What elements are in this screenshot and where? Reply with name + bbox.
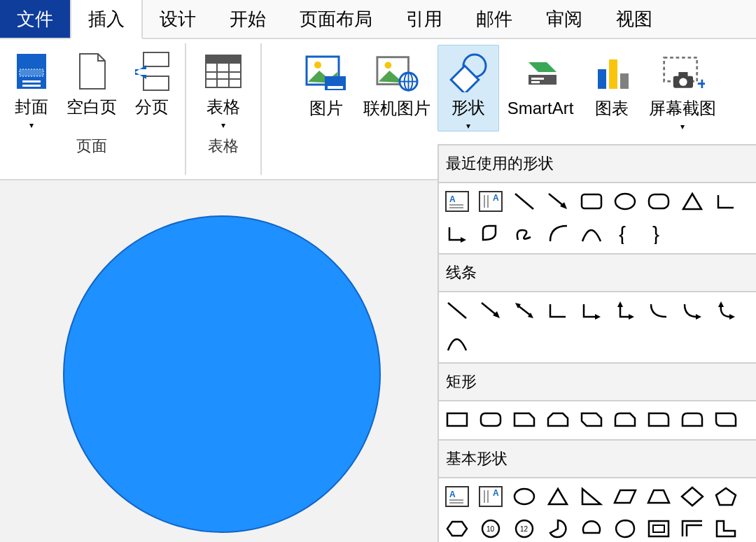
l-arrow-connector-icon[interactable] xyxy=(443,220,471,248)
svg-marker-5 xyxy=(80,54,105,89)
rounded-rect-icon[interactable] xyxy=(645,187,673,215)
group-pages-label: 页面 xyxy=(76,136,107,159)
svg-rect-4 xyxy=(22,85,41,87)
shapes-section-rects xyxy=(439,401,756,441)
tab-review[interactable]: 审阅 xyxy=(529,0,599,38)
tab-mail[interactable]: 邮件 xyxy=(459,0,529,38)
oval-icon[interactable] xyxy=(611,187,639,215)
round1-rect-icon[interactable] xyxy=(645,406,673,434)
line-icon[interactable] xyxy=(510,187,538,215)
chart-icon xyxy=(589,50,634,95)
svg-rect-11 xyxy=(206,55,241,64)
svg-marker-9 xyxy=(135,72,146,79)
pie-icon[interactable] xyxy=(544,515,572,542)
picture-icon xyxy=(304,50,349,95)
svg-point-37 xyxy=(679,78,687,86)
blank-page-icon xyxy=(69,49,114,94)
tab-file[interactable]: 文件 xyxy=(0,0,70,38)
tab-design[interactable]: 设计 xyxy=(143,0,213,38)
round2-rect-icon[interactable] xyxy=(678,406,706,434)
arrow-line-icon[interactable] xyxy=(544,187,572,215)
round-diag-rect-icon[interactable] xyxy=(712,406,740,434)
textbox-horiz-icon[interactable]: A xyxy=(443,483,471,511)
snip2-rect-icon[interactable] xyxy=(544,406,572,434)
dropdown-arrow-icon: ▾ xyxy=(29,120,34,130)
rectangle-icon[interactable] xyxy=(578,187,606,215)
ellipse-icon[interactable] xyxy=(510,483,538,511)
picture-button[interactable]: 图片 ▾ xyxy=(296,46,356,131)
parallelogram-icon[interactable] xyxy=(611,483,639,511)
blank-page-button[interactable]: 空白页 ▾ xyxy=(59,45,125,130)
curved-double-arrow-icon[interactable] xyxy=(712,297,740,325)
elbow-arrow-connector-icon[interactable] xyxy=(578,297,606,325)
trapezoid-icon[interactable] xyxy=(645,483,673,511)
shapes-section-lines-header: 线条 xyxy=(439,255,756,292)
curve-icon[interactable] xyxy=(578,220,606,248)
l-connector-icon[interactable] xyxy=(712,187,740,215)
l-shape-icon[interactable] xyxy=(712,515,740,542)
cover-page-button[interactable]: 封面 ▾ xyxy=(4,45,59,130)
snip1-rect-icon[interactable] xyxy=(510,406,538,434)
svg-text:12: 12 xyxy=(520,525,528,533)
textbox-vert-icon[interactable]: A xyxy=(477,187,505,215)
round-rect-icon[interactable] xyxy=(477,406,505,434)
online-picture-button[interactable]: 联机图片 ▾ xyxy=(356,46,438,131)
triangle-icon[interactable] xyxy=(678,187,706,215)
svg-marker-54 xyxy=(683,194,701,209)
table-button[interactable]: 表格 ▾ xyxy=(192,45,255,130)
svg-marker-88 xyxy=(682,487,703,506)
pentagon-icon[interactable] xyxy=(712,483,740,511)
double-arrow-line-icon[interactable] xyxy=(510,297,538,325)
rect-icon[interactable] xyxy=(443,406,471,434)
dodecagon-icon[interactable]: 12 xyxy=(510,515,538,542)
diamond-icon[interactable] xyxy=(678,483,706,511)
svg-rect-32 xyxy=(598,69,606,89)
scribble-icon[interactable] xyxy=(510,220,538,248)
svg-rect-70 xyxy=(447,413,467,426)
circle-shape[interactable] xyxy=(63,215,381,533)
svg-rect-19 xyxy=(328,86,343,89)
snip-round-rect-icon[interactable] xyxy=(611,406,639,434)
half-frame-icon[interactable] xyxy=(678,515,706,542)
right-triangle-icon[interactable] xyxy=(578,483,606,511)
svg-rect-96 xyxy=(653,525,664,532)
picture-label: 图片 xyxy=(309,99,343,117)
decagon-icon[interactable]: 10 xyxy=(477,515,505,542)
shapes-button[interactable]: 形状 ▾ xyxy=(438,45,499,131)
line-icon[interactable] xyxy=(443,297,471,325)
chord-icon[interactable] xyxy=(578,515,606,542)
page-break-button[interactable]: 分页 ▾ xyxy=(125,45,179,130)
svg-text:A: A xyxy=(493,488,499,498)
frame-icon[interactable] xyxy=(645,515,673,542)
teardrop-icon[interactable] xyxy=(611,515,639,542)
smartart-button[interactable]: SmartArt ▾ xyxy=(499,46,582,131)
tab-bar: 文件 插入 设计 开始 页面布局 引用 邮件 审阅 视图 xyxy=(0,0,756,39)
curved-arrow-connector-icon[interactable] xyxy=(678,297,706,325)
snip-diag-rect-icon[interactable] xyxy=(578,406,606,434)
textbox-vert-icon[interactable]: A xyxy=(477,483,505,511)
textbox-horiz-icon[interactable]: A xyxy=(443,187,471,215)
tab-home[interactable]: 开始 xyxy=(213,0,283,38)
svg-rect-27 xyxy=(451,66,479,92)
tab-reference[interactable]: 引用 xyxy=(389,0,459,38)
elbow-connector-icon[interactable] xyxy=(544,297,572,325)
curve-shape-icon[interactable] xyxy=(443,329,471,357)
tab-view[interactable]: 视图 xyxy=(599,0,669,38)
tab-insert[interactable]: 插入 xyxy=(70,0,143,39)
table-label: 表格 xyxy=(206,98,240,116)
hexagon-icon[interactable] xyxy=(443,515,471,542)
screenshot-button[interactable]: + 屏幕截图 ▾ xyxy=(642,46,723,131)
chart-button[interactable]: 图表 ▾ xyxy=(582,46,642,131)
freeform-icon[interactable] xyxy=(477,220,505,248)
left-brace-icon[interactable]: { xyxy=(611,220,639,248)
curved-connector-icon[interactable] xyxy=(645,297,673,325)
arrow-line-icon[interactable] xyxy=(477,297,505,325)
svg-marker-97 xyxy=(717,521,735,536)
online-picture-label: 联机图片 xyxy=(363,99,430,117)
elbow-double-arrow-icon[interactable] xyxy=(611,297,639,325)
right-brace-icon[interactable]: } xyxy=(645,220,673,248)
tab-layout[interactable]: 页面布局 xyxy=(283,0,389,38)
dropdown-arrow-icon: ▾ xyxy=(221,120,225,130)
arc-icon[interactable] xyxy=(544,220,572,248)
triangle-icon[interactable] xyxy=(544,483,572,511)
